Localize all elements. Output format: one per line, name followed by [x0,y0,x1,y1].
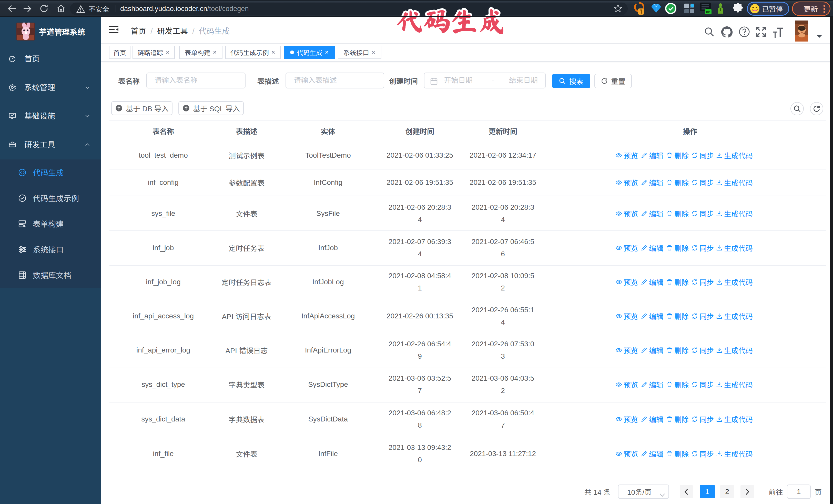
svg-text:on: on [706,10,710,14]
svg-text:代码生成: 代码生成 [396,7,505,34]
